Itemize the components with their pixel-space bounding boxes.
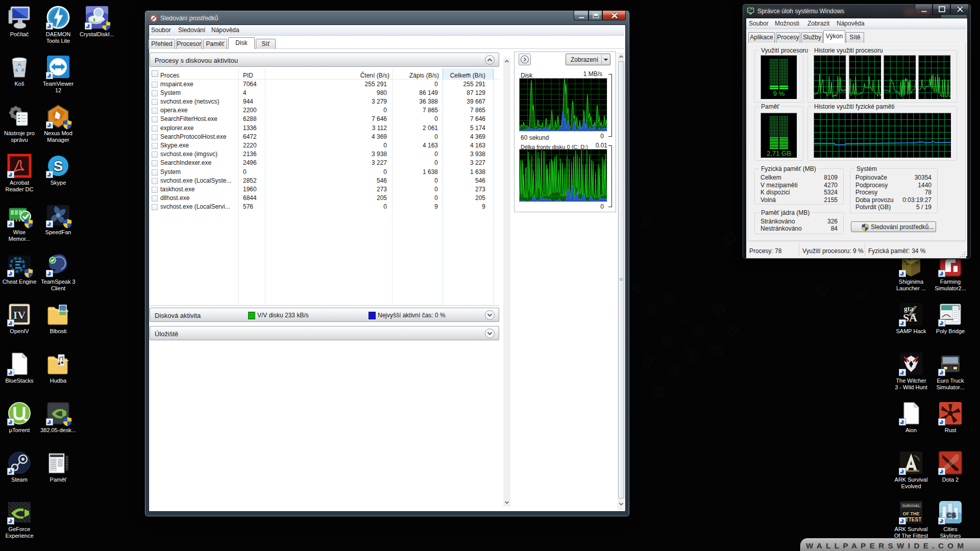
svg-text:S: S bbox=[54, 158, 63, 174]
svg-text:OF THE: OF THE bbox=[903, 511, 920, 516]
svg-text:SURVIVAL: SURVIVAL bbox=[902, 504, 920, 508]
svg-text:CS: CS bbox=[947, 511, 956, 519]
svg-text:IV: IV bbox=[13, 309, 26, 321]
